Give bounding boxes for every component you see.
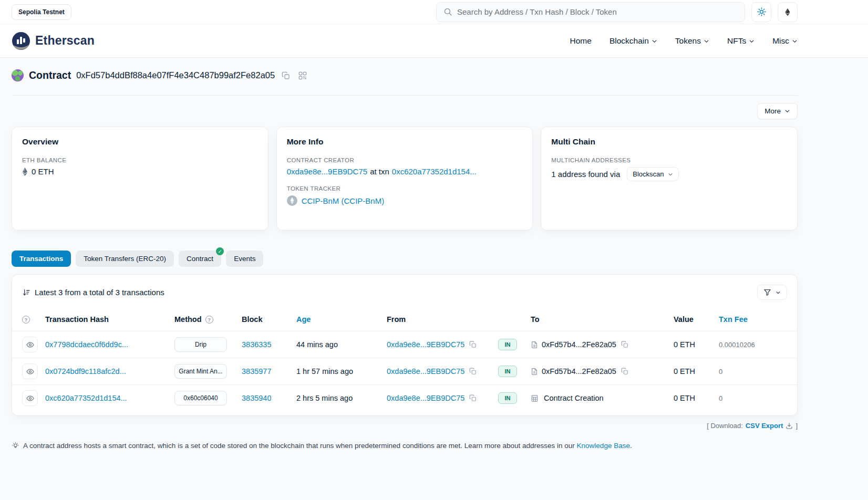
search-box[interactable]	[436, 2, 745, 22]
contract-explainer-note: A contract address hosts a smart contrac…	[12, 442, 798, 450]
copy-icon[interactable]	[468, 340, 478, 349]
address-header: Contract 0xFd57b4ddBf88a4e07fF4e34C487b9…	[12, 69, 798, 81]
eth-diamond-icon	[22, 168, 28, 176]
from-address-link[interactable]: 0xda9e8e...9EB9DC75	[387, 394, 464, 402]
eye-icon	[26, 368, 34, 376]
copy-icon[interactable]	[620, 367, 629, 376]
tab-events[interactable]: Events	[226, 251, 263, 267]
funnel-icon	[763, 288, 771, 296]
top-bar: Sepolia Testnet	[0, 0, 868, 24]
csv-export-link[interactable]: CSV Export	[746, 422, 783, 430]
creator-connector-text: at txn	[370, 167, 389, 176]
ethereum-icon	[783, 8, 792, 16]
topbar-right-group	[436, 2, 798, 22]
more-info-card-title: More Info	[287, 137, 523, 147]
block-link[interactable]: 3835977	[242, 367, 271, 376]
nav-item-misc[interactable]: Misc	[772, 36, 798, 46]
multi-chain-card-title: Multi Chain	[551, 137, 787, 147]
to-address: Contract Creation	[544, 394, 604, 402]
tab-token-transfers[interactable]: Token Transfers (ERC-20)	[76, 251, 174, 267]
method-badge[interactable]: Drip	[174, 337, 227, 352]
eth-balance-label: ETH BALANCE	[22, 157, 258, 163]
block-link[interactable]: 3835940	[242, 394, 271, 402]
copy-icon[interactable]	[468, 393, 478, 403]
col-block: Block	[242, 315, 296, 324]
multi-chain-card: Multi Chain MULTICHAIN ADDRESSES 1 addre…	[541, 127, 798, 231]
knowledge-base-link[interactable]: Knowledge Base	[577, 442, 630, 450]
tab-contract[interactable]: Contract ✓	[179, 251, 221, 267]
chevron-down-icon	[792, 37, 798, 44]
col-txn-fee-toggle[interactable]: Txn Fee	[719, 315, 787, 324]
network-selector-button[interactable]: Sepolia Testnet	[12, 4, 71, 20]
multichain-addresses-label: MULTICHAIN ADDRESSES	[551, 157, 787, 163]
nav-item-blockchain[interactable]: Blockchain	[609, 36, 657, 46]
copy-icon	[282, 71, 290, 80]
age-value: 44 mins ago	[296, 340, 338, 349]
value-amount: 0 ETH	[674, 340, 695, 349]
download-row: [ Download: CSV Export ]	[12, 422, 798, 430]
creator-address-link[interactable]: 0xda9e8e...9EB9DC75	[287, 167, 367, 176]
lightbulb-icon	[12, 442, 19, 450]
tx-preview-button[interactable]	[22, 337, 38, 352]
filter-button[interactable]	[757, 285, 787, 300]
contract-file-icon	[531, 341, 538, 349]
chevron-down-icon	[784, 108, 790, 114]
multichain-provider-select[interactable]: Blockscan	[627, 167, 678, 181]
overview-card: Overview ETH BALANCE 0 ETH	[12, 127, 268, 231]
eth-balance-value: 0 ETH	[32, 167, 54, 176]
nav-item-home[interactable]: Home	[570, 36, 592, 46]
direction-badge: IN	[498, 392, 517, 404]
main-content: Contract 0xFd57b4ddBf88a4e07fF4e34C487b9…	[12, 58, 798, 450]
tx-preview-button[interactable]	[22, 363, 38, 379]
method-badge[interactable]: Grant Mint An...	[174, 364, 227, 379]
txn-fee-amount: 0	[719, 368, 722, 376]
contract-address: 0xFd57b4ddBf88a4e07fF4e34C487b99af2Fe82a…	[76, 70, 275, 80]
table-row: 0x7798dcdaec0f6dd9c... Drip 3836335 44 m…	[12, 331, 797, 358]
block-link[interactable]: 3836335	[242, 340, 271, 349]
page-title: Contract	[29, 69, 71, 81]
tab-transactions[interactable]: Transactions	[12, 251, 71, 267]
token-logo-icon	[287, 195, 297, 206]
network-eth-button[interactable]	[778, 2, 798, 22]
tx-hash-link[interactable]: 0xc620a77352d1d154...	[45, 394, 127, 402]
tx-hash-link[interactable]: 0x7798dcdaec0f6dd9c...	[45, 340, 128, 349]
header-divider	[12, 95, 798, 96]
tx-hash-link[interactable]: 0x0724bdf9c118afc2d...	[45, 367, 126, 376]
download-suffix-text: ]	[795, 422, 798, 430]
to-address: 0xFd57b4...2Fe82a05	[542, 367, 616, 376]
qr-code-button[interactable]	[297, 70, 308, 81]
eye-icon	[26, 341, 34, 349]
nav-item-nfts[interactable]: NFTs	[727, 36, 755, 46]
copy-address-button[interactable]	[280, 70, 292, 81]
etherscan-logo[interactable]: Etherscan	[12, 32, 95, 50]
info-cards: Overview ETH BALANCE 0 ETH More Info CON…	[12, 127, 798, 231]
to-address: 0xFd57b4...2Fe82a05	[542, 340, 616, 349]
theme-toggle-button[interactable]	[751, 2, 771, 22]
sun-icon	[757, 7, 766, 16]
content-tabs: Transactions Token Transfers (ERC-20) Co…	[12, 251, 798, 267]
creation-txn-link[interactable]: 0xc620a77352d1d154...	[392, 167, 477, 176]
search-icon	[443, 7, 452, 16]
download-prefix-text: [ Download:	[707, 422, 743, 430]
col-method: Method?	[174, 315, 242, 324]
chevron-down-icon	[776, 290, 781, 295]
copy-icon[interactable]	[468, 367, 478, 376]
copy-icon[interactable]	[620, 340, 629, 349]
from-address-link[interactable]: 0xda9e8e...9EB9DC75	[387, 367, 464, 376]
direction-badge: IN	[498, 366, 517, 377]
nav-item-tokens[interactable]: Tokens	[675, 36, 709, 46]
from-address-link[interactable]: 0xda9e8e...9EB9DC75	[387, 340, 464, 349]
chevron-down-icon	[704, 37, 709, 44]
search-input[interactable]	[457, 7, 738, 16]
contract-creator-label: CONTRACT CREATOR	[287, 157, 523, 163]
col-age-toggle[interactable]: Age	[296, 315, 387, 324]
value-amount: 0 ETH	[674, 367, 695, 376]
value-amount: 0 ETH	[674, 394, 695, 402]
more-dropdown-button[interactable]: More	[757, 103, 798, 119]
token-tracker-link[interactable]: CCIP-BnM (CCIP-BnM)	[302, 196, 385, 205]
sort-icon	[22, 288, 30, 297]
more-info-card: More Info CONTRACT CREATOR 0xda9e8e...9E…	[276, 127, 533, 231]
etherscan-logo-icon	[12, 32, 30, 50]
tx-preview-button[interactable]	[22, 390, 38, 406]
method-badge[interactable]: 0x60c06040	[174, 391, 227, 405]
